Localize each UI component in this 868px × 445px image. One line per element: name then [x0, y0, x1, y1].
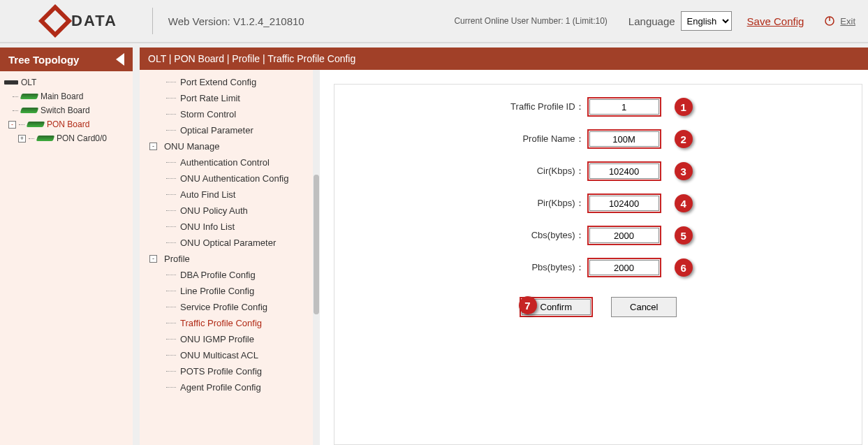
- nav-scrollbar[interactable]: [313, 70, 320, 445]
- form-row-profile-name: Profile Name： 2: [334, 129, 862, 149]
- collapse-box-icon[interactable]: -: [149, 143, 157, 150]
- collapse-tree-icon[interactable]: [116, 53, 124, 66]
- form-row-cbs: Cbs(bytes)： 5: [334, 226, 862, 245]
- language-select[interactable]: English: [681, 11, 732, 31]
- tree-node-olt[interactable]: OLT: [0, 75, 133, 89]
- cir-input[interactable]: [589, 163, 659, 179]
- online-user-count: Current Online User Number: 1 (Limit:10): [454, 16, 607, 26]
- field-label: Cbs(bytes)：: [334, 229, 584, 242]
- logo-text: DATA: [71, 13, 117, 29]
- nav-item[interactable]: ONU Authentication Config: [140, 170, 313, 187]
- button-row: 7 Confirm Cancel: [334, 297, 862, 317]
- tree-body: OLT Main Board Switch Board - PON Board: [0, 71, 133, 445]
- pbs-input[interactable]: [589, 260, 659, 275]
- nav-item[interactable]: Service Profile Config: [140, 299, 313, 315]
- tree-node-pon-board[interactable]: - PON Board: [0, 117, 133, 131]
- exit-text: Exit: [840, 16, 855, 27]
- form-row-traffic-profile-id: Traffic Profile ID： 1: [334, 97, 862, 117]
- form-row-pbs: Pbs(bytes)： 6: [334, 258, 862, 277]
- collapse-box-icon[interactable]: -: [149, 255, 157, 263]
- nav-item[interactable]: Auto Find List: [140, 187, 313, 203]
- tree-node-main-board[interactable]: Main Board: [0, 89, 133, 103]
- header-divider: [152, 8, 153, 34]
- nav-scrollbar-thumb[interactable]: [314, 175, 319, 314]
- nav-item[interactable]: ONU Optical Parameter: [140, 235, 313, 251]
- nav-item[interactable]: Port Rate Limit: [140, 90, 313, 106]
- tree-node-switch-board[interactable]: Switch Board: [0, 103, 133, 117]
- nav-group-onu-manage[interactable]: - ONU Manage: [140, 138, 313, 154]
- nav-item[interactable]: Optical Parameter: [140, 122, 313, 138]
- logo: DATA: [43, 9, 145, 33]
- callout-badge: 2: [675, 130, 693, 148]
- callout-badge: 1: [675, 98, 693, 116]
- nav-item[interactable]: Agent Profile Config: [140, 379, 313, 395]
- expand-box-icon[interactable]: +: [18, 135, 26, 143]
- board-icon: [27, 122, 45, 127]
- content-column: OLT | PON Board | Profile | Traffic Prof…: [133, 43, 868, 445]
- field-label: Profile Name：: [334, 133, 584, 145]
- tree-title-bar: Tree Topology: [0, 48, 133, 71]
- callout-badge: 4: [675, 194, 693, 212]
- web-version: Web Version: V1.2.4_210810: [168, 15, 304, 27]
- breadcrumb: OLT | PON Board | Profile | Traffic Prof…: [140, 48, 868, 70]
- field-label: Traffic Profile ID：: [334, 101, 584, 113]
- tree-title-label: Tree Topology: [8, 54, 79, 66]
- form-area: Traffic Profile ID： 1 Profile Name：: [320, 70, 868, 445]
- callout-badge: 5: [675, 226, 693, 245]
- form-box: Traffic Profile ID： 1 Profile Name：: [334, 84, 862, 445]
- nav-item[interactable]: ONU Multicast ACL: [140, 347, 313, 363]
- collapse-box-icon[interactable]: -: [8, 121, 16, 129]
- form-row-pir: Pir(Kbps)： 4: [334, 194, 862, 213]
- nav-item[interactable]: Line Profile Config: [140, 283, 313, 299]
- nav-item[interactable]: DBA Profile Config: [140, 267, 313, 283]
- field-label: Pbs(bytes)：: [334, 261, 584, 274]
- traffic-profile-id-input[interactable]: [589, 99, 659, 115]
- nav-item[interactable]: Port Extend Config: [140, 74, 313, 90]
- nav-item[interactable]: Authentication Control: [140, 154, 313, 170]
- nav-item[interactable]: ONU Info List: [140, 219, 313, 235]
- board-icon: [36, 136, 55, 141]
- nav-column: Port Extend Config Port Rate Limit Storm…: [140, 70, 320, 445]
- language-label: Language: [628, 15, 675, 27]
- header: DATA Web Version: V1.2.4_210810 Current …: [0, 0, 868, 43]
- nav-item[interactable]: Storm Control: [140, 106, 313, 122]
- power-icon: [823, 15, 836, 27]
- nav-item[interactable]: ONU IGMP Profile: [140, 331, 313, 347]
- tree-node-pon-card[interactable]: + PON Card0/0: [0, 131, 133, 145]
- save-config-link[interactable]: Save Config: [747, 15, 804, 27]
- callout-badge: 3: [675, 162, 693, 180]
- cancel-button[interactable]: Cancel: [611, 297, 677, 317]
- cbs-input[interactable]: [589, 228, 659, 243]
- board-icon: [20, 108, 39, 113]
- tree-column: Tree Topology OLT Main Board Switch Boar…: [0, 43, 133, 445]
- nav-item[interactable]: ONU Policy Auth: [140, 203, 313, 219]
- profile-name-input[interactable]: [589, 131, 659, 147]
- callout-badge: 7: [519, 296, 537, 314]
- field-label: Pir(Kbps)：: [334, 197, 584, 210]
- field-label: Cir(Kbps)：: [334, 165, 584, 177]
- olt-icon: [4, 80, 18, 85]
- nav-item[interactable]: POTS Profile Config: [140, 363, 313, 379]
- callout-badge: 6: [675, 258, 693, 277]
- nav-item-traffic-profile[interactable]: Traffic Profile Config: [140, 315, 313, 331]
- logo-diamond-icon: [38, 4, 72, 38]
- pir-input[interactable]: [589, 196, 659, 211]
- board-icon: [20, 94, 39, 99]
- form-row-cir: Cir(Kbps)： 3: [334, 161, 862, 181]
- exit-link[interactable]: Exit: [823, 15, 855, 27]
- nav-group-profile[interactable]: - Profile: [140, 251, 313, 267]
